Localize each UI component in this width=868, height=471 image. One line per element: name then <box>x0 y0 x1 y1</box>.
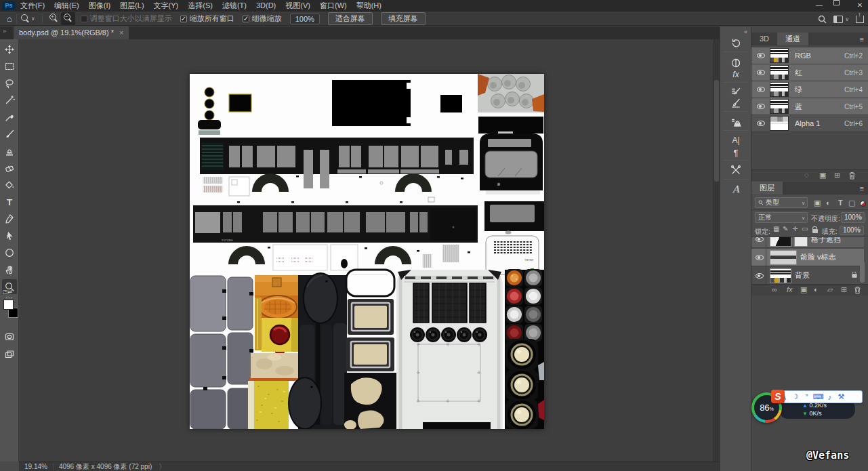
status-chevron-icon[interactable]: 〉 <box>159 462 165 471</box>
zoom-in-button[interactable]: + <box>47 12 61 25</box>
filter-pixel-layers-icon[interactable]: ▣ <box>814 199 821 207</box>
brush-settings-panel-icon[interactable] <box>728 85 744 98</box>
paragraph-panel-icon[interactable]: ¶ <box>728 146 744 159</box>
ime-keyboard-icon[interactable]: ⌨ <box>812 392 824 401</box>
ime-toolbar[interactable]: S A ☽ ” ⌨ ♪ ⚒ <box>777 390 863 403</box>
menu-item-select[interactable]: 选择(S) <box>183 0 218 12</box>
lock-brush-icon[interactable]: ✎ <box>783 225 788 232</box>
zoom-all-windows-checkbox[interactable] <box>180 16 187 22</box>
menu-item-edit[interactable]: 编辑(E) <box>49 0 84 12</box>
quick-mask-icon[interactable] <box>2 329 17 344</box>
hand-tool[interactable] <box>2 262 17 277</box>
screen-mode-icon[interactable] <box>2 347 17 362</box>
home-icon[interactable]: ⌂ <box>7 14 12 24</box>
move-tool[interactable] <box>2 42 17 57</box>
rectangular-marquee-tool[interactable] <box>2 59 17 74</box>
delete-channel-icon[interactable] <box>848 171 856 180</box>
foreground-color-swatch[interactable] <box>3 300 14 310</box>
fill-dropdown[interactable]: 100%∨ <box>840 226 864 235</box>
ime-punctuation-icon[interactable]: ” <box>801 393 812 401</box>
menu-item-image[interactable]: 图像(I) <box>84 0 115 12</box>
history-panel-icon[interactable] <box>728 37 744 49</box>
link-layers-icon[interactable]: ∞ <box>772 285 777 293</box>
adjustments-panel-icon[interactable] <box>728 57 744 69</box>
panel-menu-icon[interactable]: ≡ <box>860 184 863 192</box>
filter-type-layers-icon[interactable]: T <box>838 199 843 207</box>
new-group-icon[interactable]: ▱ <box>827 285 833 294</box>
channel-row-green[interactable]: 绿 Ctrl+4 <box>751 81 868 98</box>
filter-shape-layers-icon[interactable]: ▢ <box>848 199 855 207</box>
opacity-dropdown[interactable]: 100%∨ <box>841 212 865 223</box>
menu-item-help[interactable]: 帮助(H) <box>352 0 386 12</box>
menu-item-filter[interactable]: 滤镜(T) <box>218 0 251 12</box>
menu-item-view[interactable]: 视图(V) <box>281 0 315 12</box>
tab-3d[interactable]: 3D <box>751 33 777 45</box>
shape-tool[interactable] <box>2 245 17 260</box>
blend-mode-dropdown[interactable]: 正常∨ <box>755 212 808 223</box>
tab-layers[interactable]: 图层 <box>751 182 783 194</box>
ime-night-mode-icon[interactable]: ☽ <box>789 392 801 401</box>
channel-row-alpha[interactable]: Alpha 1 Ctrl+6 <box>751 115 868 132</box>
clone-source-panel-icon[interactable] <box>728 116 744 128</box>
fit-screen-button[interactable]: 适合屏幕 <box>328 12 373 25</box>
visibility-eye-icon[interactable] <box>756 237 764 242</box>
load-selection-icon[interactable]: ◌ <box>804 171 809 179</box>
visibility-eye-icon[interactable] <box>757 53 765 58</box>
tool-presets-panel-icon[interactable] <box>728 164 744 176</box>
channel-row-blue[interactable]: 蓝 Ctrl+5 <box>751 98 868 115</box>
panel-menu-icon[interactable]: ≡ <box>860 35 863 43</box>
zoom-tool-icon[interactable] <box>21 14 30 23</box>
menu-item-file[interactable]: 文件(F) <box>16 0 49 12</box>
layer-row-front-logo[interactable]: 前脸 v标志 <box>751 249 864 266</box>
visibility-eye-icon[interactable] <box>756 255 764 260</box>
tab-channels[interactable]: 通道 <box>777 33 808 45</box>
ime-voice-icon[interactable]: ♪ <box>824 393 835 401</box>
ime-logo-icon[interactable]: S <box>771 390 785 403</box>
glyphs-panel-icon[interactable]: A <box>728 183 744 195</box>
lasso-tool[interactable] <box>2 76 17 91</box>
lock-all-icon[interactable] <box>812 229 818 233</box>
layer-row-background[interactable]: 背景 <box>751 267 864 284</box>
close-button[interactable]: ✕ <box>854 0 865 11</box>
scrubby-zoom-checkbox[interactable] <box>243 16 249 22</box>
clone-stamp-tool[interactable] <box>2 144 17 159</box>
layer-style-icon[interactable]: fx <box>787 285 793 293</box>
ime-settings-icon[interactable]: ⚒ <box>835 392 847 401</box>
menu-item-3d[interactable]: 3D(D) <box>251 0 281 12</box>
visibility-eye-icon[interactable] <box>757 121 765 126</box>
expand-panels-icon[interactable]: « <box>744 28 747 35</box>
new-channel-icon[interactable]: ⊞ <box>834 171 840 180</box>
search-icon[interactable] <box>818 15 827 24</box>
save-selection-icon[interactable]: ▣ <box>819 171 826 180</box>
styles-panel-icon[interactable]: fx <box>728 68 744 81</box>
filter-adjustment-layers-icon[interactable]: ◐ <box>826 199 831 207</box>
eyedropper-tool[interactable] <box>2 110 17 125</box>
share-icon[interactable] <box>856 16 864 23</box>
channel-row-red[interactable]: 红 Ctrl+3 <box>751 64 868 81</box>
document-tab[interactable]: body.psd @ 19.1%(RGB/8) *× <box>14 26 129 39</box>
canvas-area[interactable]: YUTONG <box>19 39 720 462</box>
filter-toggle-icon[interactable] <box>860 201 866 207</box>
swap-colors-icon[interactable]: ◳⇄ <box>3 289 12 295</box>
zoom-out-button[interactable]: − <box>61 12 75 25</box>
character-panel-icon[interactable]: A| <box>728 134 744 146</box>
channel-row-rgb[interactable]: RGB Ctrl+2 <box>751 47 868 64</box>
minimize-button[interactable]: — <box>814 0 825 11</box>
adjustment-layer-icon[interactable]: ◐ <box>814 285 819 293</box>
delete-layer-icon[interactable] <box>854 286 861 294</box>
visibility-eye-icon[interactable] <box>757 87 765 92</box>
fill-screen-button[interactable]: 填充屏幕 <box>381 12 426 25</box>
lock-artboard-icon[interactable]: ▭ <box>802 225 808 232</box>
lock-transparent-icon[interactable]: ▦ <box>773 225 779 232</box>
resize-windows-checkbox[interactable] <box>81 16 87 22</box>
eraser-tool[interactable] <box>2 161 17 176</box>
menu-item-layer[interactable]: 图层(L) <box>115 0 148 12</box>
canvas-document[interactable]: YUTONG <box>190 74 544 429</box>
new-layer-icon[interactable]: ⊞ <box>841 285 847 294</box>
path-selection-tool[interactable] <box>2 228 17 243</box>
visibility-eye-icon[interactable] <box>756 273 764 279</box>
gradient-tool[interactable] <box>2 178 17 192</box>
layer-row-clipped[interactable]: 格子遮挡 <box>751 237 864 248</box>
visibility-eye-icon[interactable] <box>757 104 765 109</box>
status-zoom-level[interactable]: 19.14% <box>24 463 47 470</box>
